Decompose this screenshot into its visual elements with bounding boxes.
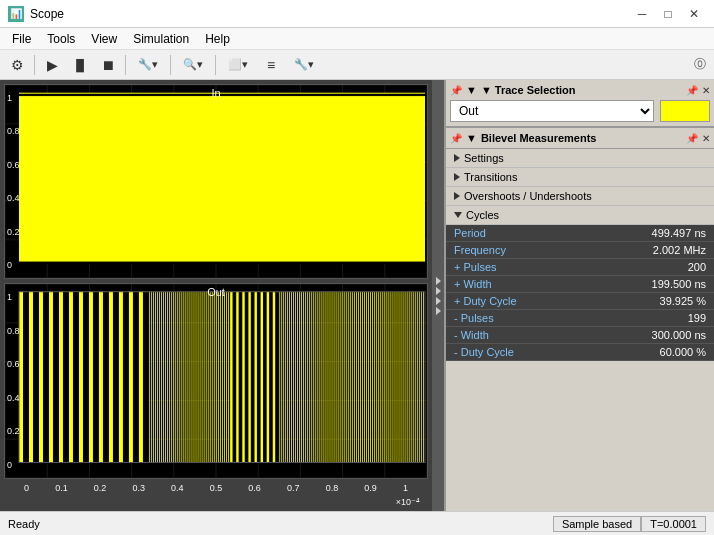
section-transitions[interactable]: Transitions <box>446 168 714 187</box>
trace-pin-button[interactable]: 📌 <box>686 85 698 96</box>
trace-header-controls: 📌 ✕ <box>686 85 710 96</box>
menu-bar: File Tools View Simulation Help <box>0 28 714 50</box>
table-row: + Pulses200 <box>446 259 714 276</box>
menu-file[interactable]: File <box>4 30 39 48</box>
toolbar-help-icon: ⓪ <box>694 56 710 73</box>
settings-button[interactable]: ⚙ <box>4 53 30 77</box>
y-label-0-out: 0 <box>7 460 20 470</box>
status-time: T=0.0001 <box>641 516 706 532</box>
section-cycles[interactable]: Cycles <box>446 206 714 225</box>
table-row: + Duty Cycle39.925 % <box>446 293 714 310</box>
transitions-triangle <box>454 173 460 181</box>
title-controls: ─ □ ✕ <box>630 4 706 24</box>
x-label-04: 0.4 <box>171 483 184 493</box>
y-axis-out: 1 0.8 0.6 0.4 0.2 0 <box>7 292 20 470</box>
meas-name: Period <box>446 225 587 242</box>
status-ready: Ready <box>8 518 40 530</box>
stop-button[interactable]: ⏹ <box>95 53 121 77</box>
x-label-01: 0.1 <box>55 483 68 493</box>
bilevel-close-button[interactable]: ✕ <box>702 133 710 144</box>
meas-name: Frequency <box>446 242 587 259</box>
y-label-06-out: 0.6 <box>7 359 20 369</box>
trace-close-button[interactable]: ✕ <box>702 85 710 96</box>
tools-button[interactable]: 🔧▾ <box>286 53 322 77</box>
meas-name: + Duty Cycle <box>446 293 587 310</box>
meas-value: 200 <box>587 259 714 276</box>
y-label-1-out: 1 <box>7 292 20 302</box>
section-settings[interactable]: Settings <box>446 149 714 168</box>
settings-triangle <box>454 154 460 162</box>
zoom-fit-button[interactable]: 🔧▾ <box>130 53 166 77</box>
bilevel-expand-icon: ▼ <box>466 132 477 144</box>
meas-value: 300.000 ns <box>587 327 714 344</box>
x-label-08: 0.8 <box>326 483 339 493</box>
run-button[interactable]: ▶ <box>39 53 65 77</box>
x-label-03: 0.3 <box>132 483 145 493</box>
y-label-08-out: 0.8 <box>7 326 20 336</box>
scope-out-label: Out <box>207 286 225 298</box>
menu-simulation[interactable]: Simulation <box>125 30 197 48</box>
trace-select-row: In Out <box>450 100 710 122</box>
y-label-04-out: 0.4 <box>7 393 20 403</box>
table-row: - Width300.000 ns <box>446 327 714 344</box>
meas-value: 199.500 ns <box>587 276 714 293</box>
meas-value: 60.000 % <box>587 344 714 361</box>
meas-name: - Width <box>446 327 587 344</box>
arrow-right-4 <box>436 307 441 315</box>
layout-button[interactable]: ≡ <box>258 53 284 77</box>
y-label-1-in: 1 <box>7 93 20 103</box>
zoom-in-button[interactable]: 🔍▾ <box>175 53 211 77</box>
section-overshoots[interactable]: Overshoots / Undershoots <box>446 187 714 206</box>
bilevel-title: 📌 ▼ Bilevel Measurements <box>450 132 596 144</box>
meas-name: - Pulses <box>446 310 587 327</box>
overshoots-triangle <box>454 192 460 200</box>
scope-canvas-in <box>5 85 427 278</box>
bilevel-pin-icon: 📌 <box>450 133 462 144</box>
close-button[interactable]: ✕ <box>682 4 706 24</box>
meas-value: 2.002 MHz <box>587 242 714 259</box>
toolbar-sep-2 <box>125 55 126 75</box>
bilevel-panel: 📌 ▼ Bilevel Measurements 📌 ✕ Settings Tr… <box>446 128 714 511</box>
toolbar-sep-3 <box>170 55 171 75</box>
menu-view[interactable]: View <box>83 30 125 48</box>
meas-name: - Duty Cycle <box>446 344 587 361</box>
menu-tools[interactable]: Tools <box>39 30 83 48</box>
meas-value: 39.925 % <box>587 293 714 310</box>
trace-expand-icon: ▼ <box>466 84 477 96</box>
toolbar-sep-4 <box>215 55 216 75</box>
axes-button[interactable]: ⬜▾ <box>220 53 256 77</box>
minimize-button[interactable]: ─ <box>630 4 654 24</box>
transitions-label: Transitions <box>464 171 517 183</box>
table-row: Period499.497 ns <box>446 225 714 242</box>
arrow-right-3 <box>436 297 441 305</box>
main-area: In 1 0.8 0.6 0.4 0.2 0 Out 1 0.8 0.6 <box>0 80 714 511</box>
window-title: Scope <box>30 7 64 21</box>
status-sample-based: Sample based <box>553 516 641 532</box>
meas-name: + Pulses <box>446 259 587 276</box>
status-bar: Ready Sample based T=0.0001 <box>0 511 714 535</box>
scope-outer: In 1 0.8 0.6 0.4 0.2 0 Out 1 0.8 0.6 <box>0 80 444 511</box>
pause-button[interactable]: ▐▌ <box>67 53 93 77</box>
trace-selection-title: 📌 ▼ ▼ Trace Selection <box>450 84 576 96</box>
scope-area: In 1 0.8 0.6 0.4 0.2 0 Out 1 0.8 0.6 <box>0 80 432 511</box>
y-label-04-in: 0.4 <box>7 193 20 203</box>
bilevel-pin-button[interactable]: 📌 <box>686 133 698 144</box>
y-label-08-in: 0.8 <box>7 126 20 136</box>
x-label-02: 0.2 <box>94 483 107 493</box>
maximize-button[interactable]: □ <box>656 4 680 24</box>
x-label-09: 0.9 <box>364 483 377 493</box>
x-label-06: 0.6 <box>248 483 261 493</box>
title-bar: 📊 Scope ─ □ ✕ <box>0 0 714 28</box>
y-label-02-out: 0.2 <box>7 426 20 436</box>
menu-help[interactable]: Help <box>197 30 238 48</box>
table-row: + Width199.500 ns <box>446 276 714 293</box>
arrow-right-2 <box>436 287 441 295</box>
measurements-table: Period499.497 nsFrequency2.002 MHz+ Puls… <box>446 225 714 361</box>
table-row: Frequency2.002 MHz <box>446 242 714 259</box>
trace-selection-label: ▼ Trace Selection <box>481 84 576 96</box>
collapse-panel-button[interactable] <box>432 80 444 511</box>
x-label-05: 0.5 <box>210 483 223 493</box>
scope-panel-out: Out 1 0.8 0.6 0.4 0.2 0 <box>4 283 428 479</box>
table-row: - Pulses199 <box>446 310 714 327</box>
trace-dropdown[interactable]: In Out <box>450 100 654 122</box>
